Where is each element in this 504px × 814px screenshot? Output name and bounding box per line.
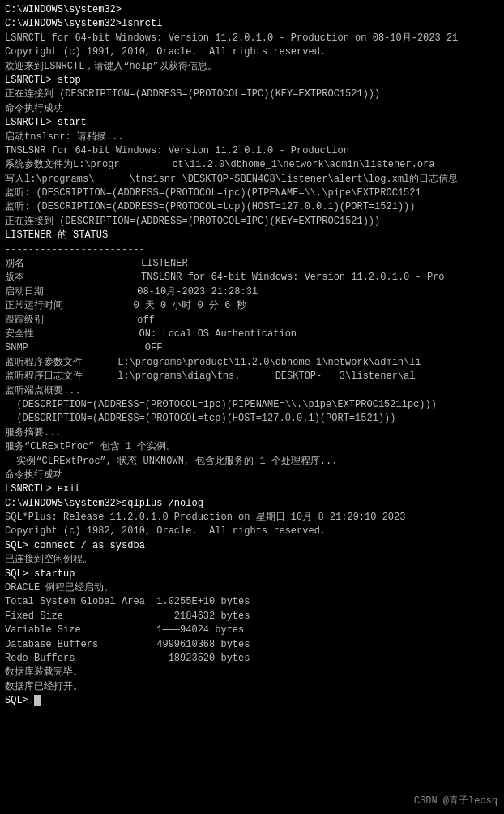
terminal-line: 正在连接到 (DESCRIPTION=(ADDRESS=(PROTOCOL=IP… [5,88,499,101]
terminal-line: Total System Global Area 1.0255E+10 byte… [5,595,499,609]
terminal-line: 实例“CLRExtProc”, 状态 UNKNOWN, 包含此服务的 1 个处理… [5,455,499,469]
terminal-line: Variable Size 1―――94024 bytes [5,623,499,637]
terminal-line: 数据库装载完毕。 [5,666,499,679]
terminal-line: 监听程序日志文件 l:\programs\diag\tns. DESKTOP- … [5,370,499,383]
terminal-line: 欢迎来到LSNRCTL，请键入“help”以获得信息。 [5,60,499,74]
terminal-line: ------------------------ [5,243,499,257]
terminal-line: SQL> [5,694,499,708]
terminal-line: 安全性 ON: Local OS Authentication [5,328,499,341]
terminal-line: SQL> connect / as sysdba [5,539,499,553]
terminal-line: 命令执行成功 [5,102,499,116]
terminal-line: 写入l:\programs\ \tns1snr \DESKTOP-SBEN4C8… [5,173,499,186]
terminal-line: C:\WINDOWS\system32>lsnrctl [5,17,499,31]
terminal-line: 命令执行成功 [5,469,499,482]
terminal-line: Database Buffers 4999610368 bytes [5,638,499,652]
terminal-line: TNSLSNR for 64-bit Windows: Version 11.2… [5,144,499,158]
terminal-line: 版本 TNSLSNR for 64-bit Windows: Version 1… [5,271,499,285]
terminal-line: 监听: (DESCRIPTION=(ADDRESS=(PROTOCOL=ipc)… [5,186,499,200]
terminal-line: C:\WINDOWS\system32> [5,3,499,17]
terminal-line: 服务“CLRExtProc” 包含 1 个实例。 [5,440,499,454]
terminal-line: 已连接到空闲例程。 [5,553,499,567]
terminal-line: 监听程序参数文件 L:\programs\product\11.2.0\dbho… [5,356,499,370]
terminal-line: 别名 LISTENER [5,257,499,271]
terminal-line: LSNRCTL> exit [5,482,499,496]
terminal-line: LSNRCTL for 64-bit Windows: Version 11.2… [5,32,499,45]
terminal-line: 系统参数文件为L:\progr ct\11.2.0\dbhome_1\netwo… [5,158,499,172]
terminal-line: LISTENER 的 STATUS [5,229,499,242]
terminal-line: 正常运行时间 0 天 0 小时 0 分 6 秒 [5,299,499,313]
terminal-line: 正在连接到 (DESCRIPTION=(ADDRESS=(PROTOCOL=IP… [5,215,499,229]
terminal-line: (DESCRIPTION=(ADDRESS=(PROTOCOL=ipc)(PIP… [5,398,499,412]
terminal-line: 监听: (DESCRIPTION=(ADDRESS=(PROTOCOL=tcp)… [5,200,499,214]
watermark: CSDN @青子leosq [414,794,498,808]
terminal-window: C:\WINDOWS\system32>C:\WINDOWS\system32>… [0,0,504,814]
terminal-output: C:\WINDOWS\system32>C:\WINDOWS\system32>… [5,3,499,709]
terminal-line: 启动tnslsnr: 请稍候... [5,131,499,144]
terminal-line: ORACLE 例程已经启动。 [5,581,499,595]
cursor [34,695,41,706]
terminal-line: Fixed Size 2184632 bytes [5,610,499,623]
terminal-line: 启动日期 08-10月-2023 21:28:31 [5,285,499,299]
terminal-line: 服务摘要... [5,426,499,440]
terminal-line: Copyright (c) 1991, 2010, Oracle. All ri… [5,45,499,59]
terminal-line: (DESCRIPTION=(ADDRESS=(PROTOCOL=tcp)(HOS… [5,412,499,426]
terminal-line: 跟踪级别 off [5,314,499,328]
terminal-line: 监听端点概要... [5,384,499,398]
terminal-line: Redo Buffers 18923520 bytes [5,652,499,666]
terminal-line: SQL*Plus: Release 11.2.0.1.0 Production … [5,511,499,525]
terminal-line: C:\WINDOWS\system32>sqlplus /nolog [5,497,499,511]
terminal-line: 数据库已经打开。 [5,680,499,694]
terminal-line: LSNRCTL> stop [5,74,499,88]
terminal-line: SQL> startup [5,568,499,581]
terminal-line: LSNRCTL> start [5,116,499,130]
terminal-line: Copyright (c) 1982, 2010, Oracle. All ri… [5,525,499,538]
terminal-line: SNMP OFF [5,341,499,355]
